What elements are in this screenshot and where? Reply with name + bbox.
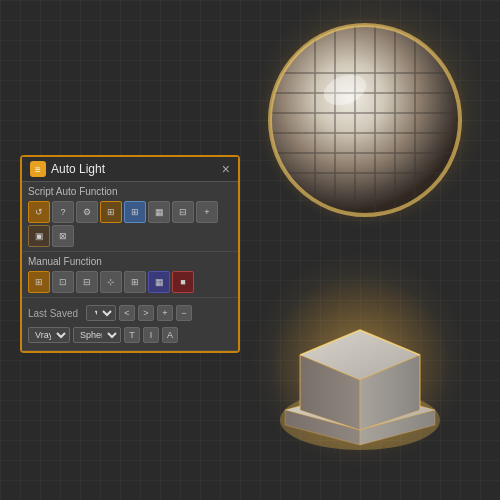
btn-grid-1[interactable]: ⊞ bbox=[100, 201, 122, 223]
btn-manual-2[interactable]: ⊡ bbox=[52, 271, 74, 293]
btn-A[interactable]: A bbox=[162, 327, 178, 343]
vray-row: Vray Sphere T I A bbox=[28, 324, 232, 346]
manual-section: Manual Function ⊞ ⊡ ⊟ ⊹ ⊞ ▦ ■ bbox=[22, 252, 238, 298]
btn-manual-6[interactable]: ▦ bbox=[148, 271, 170, 293]
panel: ≡ Auto Light × Script Auto Function ↺ ? … bbox=[20, 155, 240, 353]
sphere-dropdown[interactable]: Sphere bbox=[73, 327, 121, 343]
manual-btn-row: ⊞ ⊡ ⊟ ⊹ ⊞ ▦ ■ bbox=[28, 271, 232, 293]
btn-icon-grid3: ▦ bbox=[155, 208, 164, 217]
close-button[interactable]: × bbox=[222, 162, 230, 176]
panel-title-text: Auto Light bbox=[51, 162, 105, 176]
prev-icon: < bbox=[124, 308, 129, 318]
script-section-label: Script Auto Function bbox=[28, 186, 232, 197]
btn-grid-2[interactable]: ⊞ bbox=[124, 201, 146, 223]
btn-script-3[interactable]: ⚙ bbox=[76, 201, 98, 223]
btn-icon-box: ▣ bbox=[35, 232, 44, 241]
btn-icon-refresh: ↺ bbox=[35, 208, 43, 217]
btn-grid-3[interactable]: ▦ bbox=[148, 201, 170, 223]
btn-manual-3[interactable]: ⊟ bbox=[76, 271, 98, 293]
A-icon: A bbox=[167, 330, 173, 340]
btn-icon-m4: ⊹ bbox=[107, 278, 115, 287]
btn-script-2[interactable]: ? bbox=[52, 201, 74, 223]
next-icon: > bbox=[143, 308, 148, 318]
sphere-svg bbox=[260, 15, 470, 225]
btn-icon-m1: ⊞ bbox=[35, 278, 43, 287]
panel-titlebar: ≡ Auto Light × bbox=[22, 157, 238, 182]
btn-grid-7[interactable]: ⊠ bbox=[52, 225, 74, 247]
manual-section-label: Manual Function bbox=[28, 256, 232, 267]
btn-I[interactable]: I bbox=[143, 327, 159, 343]
btn-icon-grid2: ⊞ bbox=[131, 208, 139, 217]
script-btn-row: ↺ ? ⚙ ⊞ ⊞ ▦ ⊟ + ▣ bbox=[28, 201, 232, 247]
last-saved-row: Last Saved ▼ < > + − bbox=[28, 302, 232, 324]
btn-icon-gear: ⚙ bbox=[83, 208, 91, 217]
btn-remove[interactable]: − bbox=[176, 305, 192, 321]
btn-icon-grid4: ⊟ bbox=[179, 208, 187, 217]
vray-dropdown[interactable]: Vray bbox=[28, 327, 70, 343]
sphere-container bbox=[260, 15, 470, 225]
btn-icon-m6: ▦ bbox=[155, 278, 164, 287]
btn-icon-plus: + bbox=[204, 208, 209, 217]
btn-grid-5[interactable]: + bbox=[196, 201, 218, 223]
btn-T[interactable]: T bbox=[124, 327, 140, 343]
panel-icon-symbol: ≡ bbox=[35, 164, 41, 175]
cube-svg bbox=[260, 255, 460, 455]
T-icon: T bbox=[129, 330, 135, 340]
btn-icon-help: ? bbox=[60, 208, 65, 217]
panel-title-left: ≡ Auto Light bbox=[30, 161, 105, 177]
btn-icon-grid1: ⊞ bbox=[107, 208, 115, 217]
btn-add[interactable]: + bbox=[157, 305, 173, 321]
btn-icon-grid7: ⊠ bbox=[59, 232, 67, 241]
btn-manual-5[interactable]: ⊞ bbox=[124, 271, 146, 293]
last-saved-dropdown[interactable]: ▼ bbox=[86, 305, 116, 321]
btn-grid-6[interactable]: ▣ bbox=[28, 225, 50, 247]
add-icon: + bbox=[162, 308, 167, 318]
panel-icon: ≡ bbox=[30, 161, 46, 177]
btn-grid-4[interactable]: ⊟ bbox=[172, 201, 194, 223]
btn-icon-m7: ■ bbox=[180, 278, 185, 287]
script-section: Script Auto Function ↺ ? ⚙ ⊞ ⊞ ▦ ⊟ bbox=[22, 182, 238, 252]
btn-prev[interactable]: < bbox=[119, 305, 135, 321]
btn-next[interactable]: > bbox=[138, 305, 154, 321]
cube-container bbox=[260, 255, 460, 455]
btn-manual-4[interactable]: ⊹ bbox=[100, 271, 122, 293]
btn-script-1[interactable]: ↺ bbox=[28, 201, 50, 223]
btn-icon-m3: ⊟ bbox=[83, 278, 91, 287]
remove-icon: − bbox=[181, 308, 186, 318]
btn-icon-m2: ⊡ bbox=[59, 278, 67, 287]
I-icon: I bbox=[150, 330, 153, 340]
btn-icon-m5: ⊞ bbox=[131, 278, 139, 287]
last-saved-section: Last Saved ▼ < > + − Vray Sphere bbox=[22, 298, 238, 351]
btn-manual-7[interactable]: ■ bbox=[172, 271, 194, 293]
last-saved-label: Last Saved bbox=[28, 308, 83, 319]
btn-manual-1[interactable]: ⊞ bbox=[28, 271, 50, 293]
